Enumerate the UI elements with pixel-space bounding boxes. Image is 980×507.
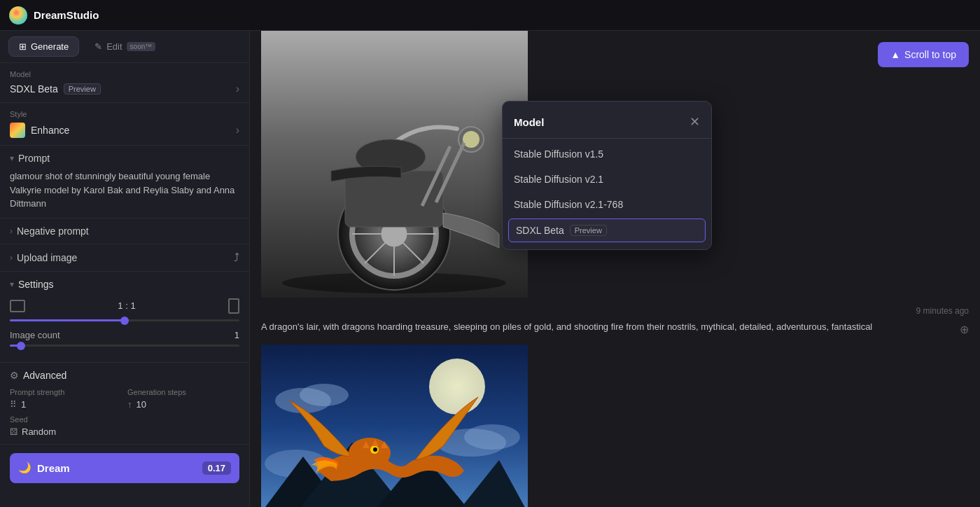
model-option-sd21[interactable]: Stable Diffusion v2.1 [503, 167, 711, 192]
generation-steps-value-row: ↑ 10 [127, 399, 239, 410]
generation-steps-value: 10 [136, 399, 146, 410]
model-option-sdxl-badge: Preview [570, 225, 607, 236]
negative-prompt-label: Negative prompt [17, 225, 89, 237]
dream-button-left: 🌙 Dream [18, 461, 70, 474]
dropdown-title: Model [514, 116, 544, 128]
prompt-strength-icon: ⠿ [10, 399, 17, 410]
image-count-slider[interactable] [10, 345, 239, 347]
prompt-section: ▾ Prompt glamour shot of stunningly beau… [0, 146, 249, 218]
generate-tab[interactable]: ⊞ Generate [8, 36, 79, 57]
model-section-label: Model [10, 70, 239, 78]
prompt-strength-value: 1 [21, 399, 26, 410]
motorcycle-image [261, 31, 528, 298]
settings-header[interactable]: ▾ Settings [10, 279, 239, 290]
generation-steps-label: Generation steps [127, 388, 239, 396]
model-option-sd21-label: Stable Diffusion v2.1 [514, 174, 603, 185]
dragon-svg [261, 345, 528, 507]
nav-tabs: ⊞ Generate ✎ Edit soon™ [0, 31, 249, 63]
edit-tab[interactable]: ✎ Edit soon™ [85, 37, 165, 56]
upload-image-label: Upload image [17, 252, 77, 263]
svg-point-29 [373, 447, 377, 452]
settings-label: Settings [18, 279, 54, 290]
prompt-strength-label: Prompt strength [10, 388, 122, 396]
svg-point-22 [429, 359, 485, 415]
model-section: Model SDXL Beta Preview › [0, 63, 249, 103]
logo-area: DreamStudio [8, 6, 99, 25]
prompt-caption-text: A dragon's lair, with dragons hoarding t… [261, 321, 872, 332]
info-icon[interactable]: ⊕ [960, 323, 969, 336]
model-option-sd21-768[interactable]: Stable Diffusion v2.1-768 [503, 192, 711, 217]
model-option-sdxl-label: SDXL Beta [516, 225, 564, 236]
style-chevron-right-icon: › [236, 124, 239, 137]
moon-icon: 🌙 [18, 461, 31, 474]
svg-point-20 [464, 424, 520, 450]
model-name-text: SDXL Beta [10, 83, 58, 95]
advanced-grid: Prompt strength ⠿ 1 Generation steps ↑ 1… [10, 388, 239, 410]
svg-point-18 [300, 384, 349, 406]
upload-image-left: › Upload image [10, 252, 77, 263]
settings-chevron-icon: ▾ [10, 279, 14, 289]
advanced-section: ⚙ Advanced Prompt strength ⠿ 1 Generatio… [0, 363, 249, 445]
prompt-strength-item: Prompt strength ⠿ 1 [10, 388, 122, 410]
advanced-header[interactable]: ⚙ Advanced [10, 370, 239, 381]
chevron-right-icon: › [236, 83, 239, 95]
dragon-image [261, 345, 528, 507]
dropdown-close-button[interactable]: ✕ [690, 114, 700, 130]
logo-icon [8, 6, 28, 25]
prompt-text[interactable]: glamour shot of stunningly beautiful you… [10, 169, 239, 211]
generate-tab-label: Generate [31, 41, 69, 52]
dream-button-label: Dream [37, 462, 70, 474]
motorcycle-svg [261, 31, 528, 298]
edit-soon-badge: soon™ [127, 42, 156, 51]
style-value-row: Enhance [10, 123, 69, 138]
model-dropdown: Model ✕ Stable Diffusion v1.5 Stable Dif… [502, 101, 712, 250]
model-option-sd21-768-label: Stable Diffusion v2.1-768 [514, 199, 623, 210]
image-count-label: Image count [10, 330, 60, 340]
prompt-section-label: Prompt [18, 153, 50, 164]
generation-steps-item: Generation steps ↑ 10 [127, 388, 239, 410]
image-count-slider-thumb[interactable] [17, 342, 25, 350]
aspect-ratio-row: 1 : 1 [10, 298, 239, 314]
topbar: DreamStudio [0, 0, 980, 31]
seed-label: Seed [10, 415, 239, 424]
model-option-sdxl-beta[interactable]: SDXL Beta Preview [508, 218, 706, 242]
svg-point-0 [9, 6, 27, 25]
style-enhance-icon [10, 123, 25, 138]
style-row[interactable]: Enhance › [10, 123, 239, 138]
image-count-value: 1 [234, 330, 239, 340]
dream-cost-badge: 0.17 [202, 461, 231, 475]
advanced-icon: ⚙ [10, 370, 19, 381]
prompt-strength-value-row: ⠿ 1 [10, 399, 122, 410]
edit-tab-label: Edit [106, 41, 122, 52]
aspect-ratio-slider-fill [10, 319, 125, 321]
model-option-sd15[interactable]: Stable Diffusion v1.5 [503, 141, 711, 167]
style-section-label: Style [10, 110, 239, 118]
aspect-ratio-slider-thumb[interactable] [120, 317, 129, 325]
model-name-row: SDXL Beta Preview [10, 83, 101, 95]
prompt-header[interactable]: ▾ Prompt [10, 153, 239, 164]
dream-button[interactable]: 🌙 Dream 0.17 [10, 453, 239, 483]
edit-icon: ✎ [94, 41, 102, 52]
sidebar: ⊞ Generate ✎ Edit soon™ Model SDXL Beta … [0, 31, 250, 507]
model-selector[interactable]: SDXL Beta Preview › [10, 83, 239, 95]
timestamp-1: 9 minutes ago [250, 298, 980, 321]
model-preview-badge: Preview [64, 83, 101, 95]
seed-icon: ⚄ [10, 426, 18, 437]
aspect-ratio-value: 1 : 1 [118, 300, 135, 311]
aspect-ratio-slider[interactable] [10, 319, 239, 321]
steps-icon: ↑ [127, 399, 132, 410]
negative-prompt-left: › Negative prompt [10, 225, 89, 237]
negative-prompt-section[interactable]: › Negative prompt [0, 218, 249, 244]
upload-chevron-icon: › [10, 253, 13, 263]
seed-row: Seed ⚄ Random [10, 415, 239, 437]
seed-value: Random [22, 426, 56, 437]
scroll-to-top-button[interactable]: ▲ Scroll to top [878, 42, 969, 67]
upload-image-section[interactable]: › Upload image ⤴ [0, 244, 249, 272]
scroll-to-top-label: Scroll to top [904, 49, 956, 60]
svg-point-12 [463, 131, 479, 148]
upload-icon[interactable]: ⤴ [234, 251, 239, 264]
dragon-section [250, 345, 980, 507]
settings-section: ▾ Settings 1 : 1 Image count 1 [0, 272, 249, 363]
aspect-landscape-icon [10, 300, 25, 312]
main-layout: ⊞ Generate ✎ Edit soon™ Model SDXL Beta … [0, 31, 980, 507]
